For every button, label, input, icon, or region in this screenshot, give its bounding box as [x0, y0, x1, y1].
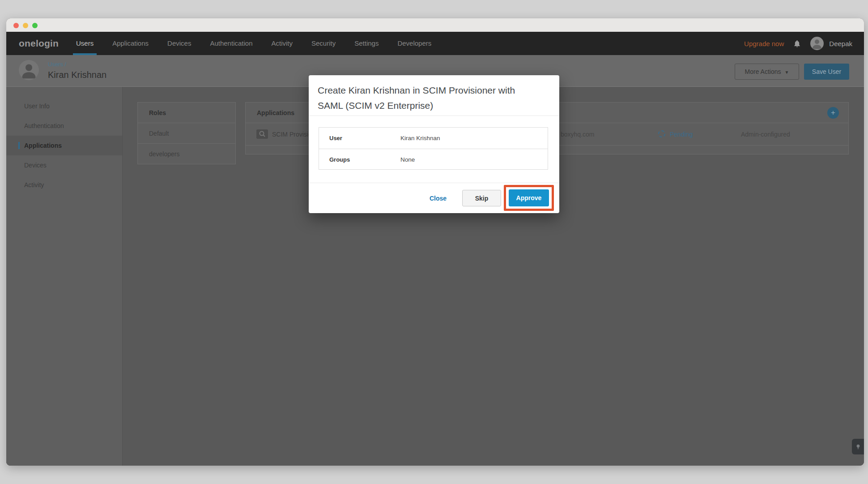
table-row: Groups None: [319, 149, 548, 170]
status-badge: Pending: [670, 123, 693, 146]
provisioning-state: Admin-configured: [741, 123, 790, 146]
modal-fields-table: User Kiran Krishnan Groups None: [319, 127, 548, 170]
active-item-indicator: [18, 142, 20, 149]
help-tab[interactable]: [852, 439, 864, 454]
sidebar-item-activity[interactable]: Activity: [6, 175, 122, 195]
window-titlebar: [6, 18, 864, 32]
nav-tab-applications[interactable]: Applications: [112, 32, 149, 55]
person-icon: [19, 60, 39, 80]
modal-title: Create Kiran Krishnan in SCIM Provisione…: [318, 83, 539, 113]
chevron-down-icon: ▼: [785, 70, 789, 75]
sidebar-item-applications[interactable]: Applications: [6, 136, 122, 155]
add-application-button[interactable]: +: [827, 107, 839, 119]
role-row-developers[interactable]: developers: [138, 144, 235, 164]
save-user-button[interactable]: Save User: [804, 64, 849, 80]
annotation-highlight-box: Approve: [504, 185, 554, 211]
page-title: Kiran Krishnan: [48, 70, 106, 80]
sidebar: User Info Authentication Applications De…: [6, 87, 123, 466]
nav-tab-security[interactable]: Security: [311, 32, 336, 55]
role-row-default[interactable]: Default: [138, 123, 235, 144]
sidebar-item-devices[interactable]: Devices: [6, 155, 122, 175]
nav-tab-activity[interactable]: Activity: [272, 32, 293, 55]
close-window-button[interactable]: [13, 23, 19, 28]
table-row: User Kiran Krishnan: [319, 128, 548, 149]
user-avatar[interactable]: [810, 37, 824, 50]
sidebar-item-user-info[interactable]: User Info: [6, 96, 122, 116]
approve-provisioning-modal: Create Kiran Krishnan in SCIM Provisione…: [309, 75, 559, 213]
close-button[interactable]: Close: [424, 190, 452, 207]
person-icon: [810, 37, 824, 50]
nav-tab-developers[interactable]: Developers: [397, 32, 431, 55]
nav-items: Users Applications Devices Authenticatio…: [76, 32, 431, 55]
sidebar-item-authentication[interactable]: Authentication: [6, 116, 122, 136]
application-domain: boxyhq.com: [561, 123, 594, 146]
minimize-window-button[interactable]: [23, 23, 28, 28]
onelogin-logo: onelogin: [19, 32, 59, 55]
field-label-groups: Groups: [329, 149, 350, 170]
top-navbar: onelogin Users Applications Devices Auth…: [6, 32, 864, 55]
skip-button[interactable]: Skip: [462, 190, 501, 206]
nav-right-section: Upgrade now Deepak: [744, 32, 852, 55]
modal-footer-divider: [309, 183, 559, 183]
field-label-user: User: [329, 128, 342, 149]
scim-app-icon: [256, 129, 268, 139]
application-name: SCIM Provisio: [272, 123, 312, 146]
nav-tab-settings[interactable]: Settings: [354, 32, 379, 55]
account-name[interactable]: Deepak: [829, 40, 852, 47]
roles-panel-title: Roles: [138, 103, 235, 123]
notifications-bell-icon[interactable]: [793, 39, 801, 48]
profile-avatar: [19, 60, 39, 80]
field-value-groups: None: [400, 149, 415, 170]
nav-tab-devices[interactable]: Devices: [167, 32, 191, 55]
upgrade-now-link[interactable]: Upgrade now: [744, 40, 784, 47]
nav-tab-users[interactable]: Users: [76, 32, 94, 55]
roles-panel: Roles Default developers: [137, 102, 236, 164]
modal-divider: [309, 116, 559, 116]
more-actions-button[interactable]: More Actions▼: [735, 64, 799, 80]
nav-tab-authentication[interactable]: Authentication: [210, 32, 252, 55]
field-value-user: Kiran Krishnan: [400, 128, 440, 149]
pending-spinner-icon: [658, 130, 665, 137]
lightbulb-icon: [855, 443, 861, 450]
approve-button[interactable]: Approve: [509, 189, 549, 206]
breadcrumb[interactable]: Users /: [48, 61, 66, 68]
zoom-window-button[interactable]: [32, 23, 38, 28]
